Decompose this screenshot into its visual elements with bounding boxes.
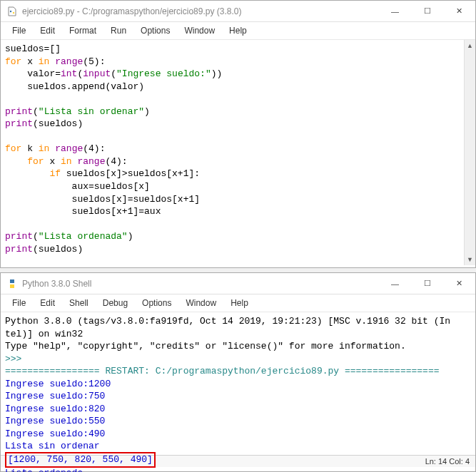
shell-menubar: File Edit Shell Debug Options Window Hel… xyxy=(1,294,475,312)
cursor-position: Ln: 14 Col: 4 xyxy=(425,457,470,466)
python-file-icon xyxy=(6,6,18,17)
editor-scrollbar[interactable]: ▲ ▼ xyxy=(464,40,475,265)
shell-maximize-button[interactable]: ☐ xyxy=(411,273,443,294)
shell-menu-shell[interactable]: Shell xyxy=(62,296,96,310)
window-controls: — ☐ ✕ xyxy=(379,1,475,22)
close-button[interactable]: ✕ xyxy=(443,1,475,22)
shell-minimize-button[interactable]: — xyxy=(379,273,411,294)
shell-titlebar[interactable]: Python 3.8.0 Shell — ☐ ✕ xyxy=(1,273,475,294)
shell-menu-options[interactable]: Options xyxy=(135,296,178,310)
menu-format[interactable]: Format xyxy=(62,24,103,38)
menu-edit[interactable]: Edit xyxy=(33,24,62,38)
shell-menu-help[interactable]: Help xyxy=(223,296,255,310)
minimize-button[interactable]: — xyxy=(379,1,411,22)
shell-menu-file[interactable]: File xyxy=(5,296,33,310)
shell-title: Python 3.8.0 Shell xyxy=(22,279,379,289)
python-icon xyxy=(6,278,18,289)
editor-titlebar[interactable]: ejercicio89.py - C:/programaspython/ejer… xyxy=(1,1,475,22)
shell-menu-debug[interactable]: Debug xyxy=(96,296,135,310)
maximize-button[interactable]: ☐ xyxy=(411,1,443,22)
editor-title: ejercicio89.py - C:/programaspython/ejer… xyxy=(22,6,379,16)
shell-window-controls: — ☐ ✕ xyxy=(379,273,475,294)
svg-point-0 xyxy=(10,10,11,11)
scroll-up-icon[interactable]: ▲ xyxy=(465,40,475,51)
scroll-down-icon[interactable]: ▼ xyxy=(465,254,475,265)
unsorted-list-highlight: [1200, 750, 820, 550, 490] xyxy=(5,452,156,468)
shell-close-button[interactable]: ✕ xyxy=(443,273,475,294)
menu-help[interactable]: Help xyxy=(222,24,254,38)
menu-run[interactable]: Run xyxy=(103,24,133,38)
editor-menubar: File Edit Format Run Options Window Help xyxy=(1,22,475,40)
editor-window: ejercicio89.py - C:/programaspython/ejer… xyxy=(0,0,476,268)
menu-file[interactable]: File xyxy=(5,24,33,38)
editor-code-wrap: sueldos=[] for x in range(5): valor=int(… xyxy=(1,40,475,265)
menu-options[interactable]: Options xyxy=(133,24,177,38)
shell-window: Python 3.8.0 Shell — ☐ ✕ File Edit Shell… xyxy=(0,272,476,472)
editor-code-area[interactable]: sueldos=[] for x in range(5): valor=int(… xyxy=(1,40,475,258)
shell-menu-window[interactable]: Window xyxy=(178,296,223,310)
shell-output-area[interactable]: Python 3.8.0 (tags/v3.8.0:fa919fd, Oct 1… xyxy=(1,312,475,455)
menu-window[interactable]: Window xyxy=(177,24,222,38)
shell-menu-edit[interactable]: Edit xyxy=(33,296,62,310)
svg-point-1 xyxy=(13,11,14,13)
